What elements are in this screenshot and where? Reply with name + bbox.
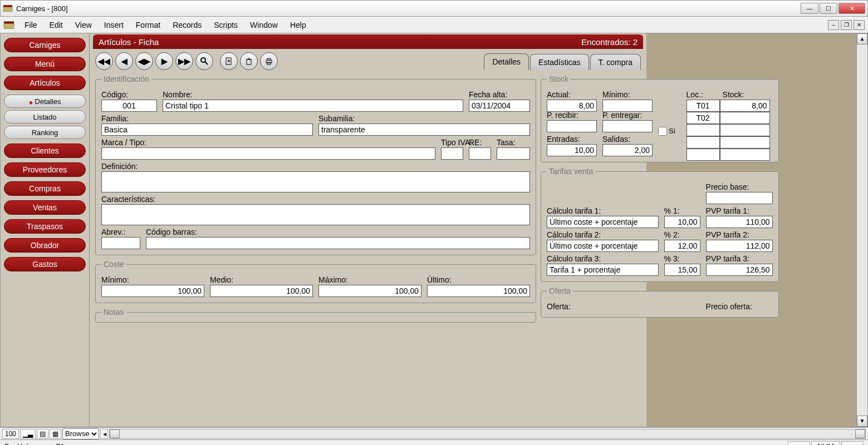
window-maximize-button[interactable]: ☐ <box>820 3 837 14</box>
input-marca[interactable] <box>101 147 435 160</box>
input-coste-min[interactable] <box>101 285 204 297</box>
tab-estadisticas[interactable]: Estadísticas <box>530 54 589 70</box>
input-fecha-alta[interactable] <box>469 100 530 112</box>
input-loc-2[interactable] <box>686 112 720 124</box>
print-button[interactable] <box>260 52 278 70</box>
input-tipo-iva[interactable] <box>441 147 463 160</box>
input-stock-5[interactable] <box>720 149 770 161</box>
input-pct2[interactable] <box>664 240 700 252</box>
input-definicion[interactable] <box>101 171 530 192</box>
input-coste-ult[interactable] <box>427 285 530 297</box>
nav-carniges[interactable]: Carniges <box>4 38 86 52</box>
input-tasa[interactable] <box>497 147 530 160</box>
group-notas: Notas <box>95 308 536 323</box>
app-menu-icon[interactable] <box>3 19 14 31</box>
input-codigo[interactable] <box>101 100 157 112</box>
scroll-down-icon[interactable]: ▼ <box>857 416 867 427</box>
mode-select[interactable]: Browse <box>62 428 99 439</box>
mdi-close-button[interactable]: ✕ <box>854 20 865 30</box>
input-stock-3[interactable] <box>720 124 770 136</box>
nav-listado[interactable]: Listado <box>4 110 86 123</box>
input-pvp2[interactable] <box>706 240 773 252</box>
input-pvp3[interactable] <box>706 264 773 276</box>
tab-detalles[interactable]: Detalles <box>484 53 529 70</box>
nav-articulos[interactable]: Artículos <box>4 76 86 90</box>
input-coste-max[interactable] <box>318 285 421 297</box>
menu-help[interactable]: Help <box>285 18 312 32</box>
svg-rect-1 <box>3 5 12 7</box>
view-icon-3[interactable]: ▦ <box>50 429 61 439</box>
nav-ranking[interactable]: Ranking <box>4 126 86 139</box>
input-stock-1[interactable] <box>720 100 770 112</box>
nav-compras[interactable]: Compras <box>4 181 86 196</box>
view-icon-1[interactable]: ▁▃ <box>20 429 36 439</box>
new-record-button[interactable]: + <box>220 52 238 70</box>
label-si: Si <box>669 127 675 135</box>
input-subfamilia[interactable] <box>318 123 530 136</box>
menu-records[interactable]: Records <box>167 18 207 32</box>
input-loc-4[interactable] <box>686 136 720 149</box>
nav-proveedores[interactable]: Proveedores <box>4 162 86 177</box>
window-minimize-button[interactable]: — <box>801 3 818 14</box>
zoom-value[interactable]: 100 <box>2 429 19 439</box>
prev-record-button[interactable]: ◀ <box>115 52 133 70</box>
nav-detalles[interactable]: Detalles <box>4 95 86 108</box>
vertical-scrollbar[interactable]: ▲ ▼ <box>856 33 867 427</box>
input-salidas[interactable] <box>602 144 653 156</box>
nav-traspasos[interactable]: Traspasos <box>4 219 86 234</box>
panel-title: Artículos - Ficha <box>99 37 581 47</box>
checkbox-si[interactable] <box>658 127 667 136</box>
menu-scripts[interactable]: Scripts <box>208 18 243 32</box>
menu-view[interactable]: View <box>70 18 97 32</box>
nav-obrador[interactable]: Obrador <box>4 238 86 253</box>
input-calc1[interactable] <box>547 216 659 228</box>
input-caracteristicas[interactable] <box>101 204 530 225</box>
nav-gastos[interactable]: Gastos <box>4 257 86 271</box>
input-stock-min[interactable] <box>602 100 653 112</box>
input-loc-5[interactable] <box>686 149 720 161</box>
input-re[interactable] <box>469 147 491 160</box>
input-precio-base[interactable] <box>706 192 773 204</box>
nav-menu[interactable]: Menú <box>4 57 86 71</box>
input-calc2[interactable] <box>547 240 659 252</box>
status-num: NUM <box>811 441 840 445</box>
menu-edit[interactable]: Edit <box>44 18 68 32</box>
last-record-button[interactable]: ▶▶ <box>175 52 193 70</box>
input-precibir[interactable] <box>547 120 597 132</box>
first-record-button[interactable]: ◀◀ <box>95 52 113 70</box>
input-loc-3[interactable] <box>686 124 720 136</box>
scroll-up-icon[interactable]: ▲ <box>857 33 867 44</box>
mdi-restore-button[interactable]: ❐ <box>841 20 852 30</box>
input-calc3[interactable] <box>547 264 659 276</box>
mdi-minimize-button[interactable]: – <box>828 20 839 30</box>
menu-file[interactable]: File <box>19 18 43 32</box>
next-record-button[interactable]: ▶ <box>155 52 173 70</box>
input-pvp1[interactable] <box>706 216 773 228</box>
tab-tcompra[interactable]: T. compra <box>590 54 641 70</box>
find-button[interactable] <box>195 52 213 70</box>
menu-insert[interactable]: Insert <box>99 18 129 32</box>
input-codigo-barras[interactable] <box>146 237 530 249</box>
input-pct1[interactable] <box>664 216 700 228</box>
input-familia[interactable] <box>101 123 313 136</box>
view-icon-2[interactable]: ▤ <box>37 429 48 439</box>
input-actual[interactable] <box>547 100 597 112</box>
input-coste-med[interactable] <box>210 285 313 297</box>
input-loc-1[interactable] <box>686 100 720 112</box>
menu-format[interactable]: Format <box>130 18 166 32</box>
mode-toggle-icon[interactable]: ◂ <box>100 429 108 439</box>
delete-record-button[interactable] <box>240 52 258 70</box>
nav-flip-button[interactable]: ◀▶ <box>135 52 153 70</box>
input-entradas[interactable] <box>547 144 597 156</box>
window-close-button[interactable]: ✕ <box>838 3 865 14</box>
nav-clientes[interactable]: Clientes <box>4 144 86 158</box>
horizontal-scrollbar[interactable] <box>109 429 866 439</box>
menu-window[interactable]: Window <box>244 18 283 32</box>
input-abrev[interactable] <box>101 237 140 249</box>
input-nombre[interactable] <box>163 100 463 112</box>
input-pct3[interactable] <box>664 264 700 276</box>
input-stock-4[interactable] <box>720 136 770 149</box>
input-pentregar[interactable] <box>602 120 653 132</box>
nav-ventas[interactable]: Ventas <box>4 200 86 215</box>
input-stock-2[interactable] <box>720 112 770 124</box>
